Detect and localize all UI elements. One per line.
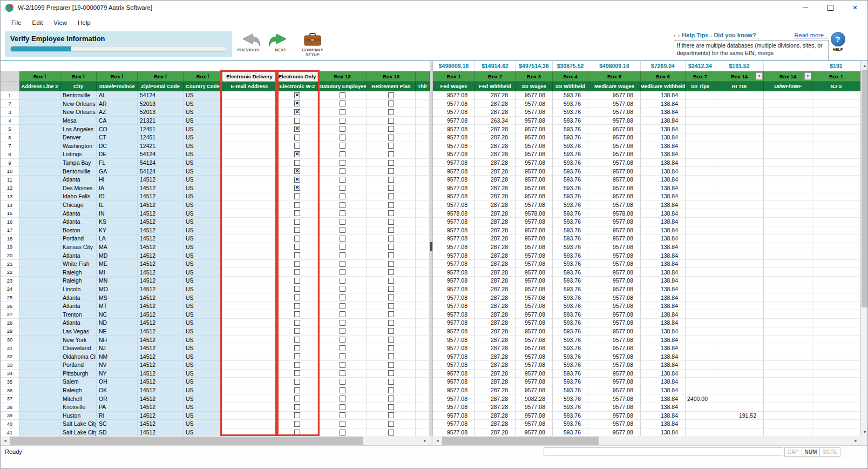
checkbox-statutory-employee[interactable] xyxy=(340,379,345,385)
checkbox-retirement-plan-cell[interactable] xyxy=(367,142,416,151)
checkbox-retirement-plan-cell[interactable] xyxy=(367,277,416,285)
cell-third-party-sick-pay[interactable] xyxy=(416,251,430,260)
checkbox-electronic-w2-cell[interactable] xyxy=(277,234,318,243)
checkbox-retirement-plan-cell[interactable] xyxy=(367,226,416,235)
cell-ui-wf-swf[interactable] xyxy=(764,420,812,428)
cell-country-code[interactable]: US xyxy=(184,150,222,159)
checkbox-retirement-plan-cell[interactable] xyxy=(367,251,416,260)
cell-state-province[interactable]: IL xyxy=(97,201,138,210)
cell-ss-tips[interactable] xyxy=(686,344,715,353)
cell-ss-wages[interactable]: 9577.08 xyxy=(516,420,553,428)
cell-fed-withheld[interactable]: 287.28 xyxy=(475,226,516,235)
checkbox-statutory-employee-cell[interactable] xyxy=(318,100,367,109)
checkbox-electronic-w2-cell[interactable] xyxy=(277,117,318,125)
row-number[interactable]: 34 xyxy=(1,370,19,378)
cell-zip-postal-code[interactable]: 14512 xyxy=(138,243,184,252)
checkbox-statutory-employee-cell[interactable] xyxy=(318,403,367,412)
cell-zip-postal-code[interactable]: 14512 xyxy=(138,344,184,353)
cell-nj[interactable] xyxy=(812,336,860,344)
cell-medicare-wages[interactable]: 9578.08 xyxy=(588,209,641,218)
cell-zip-postal-code[interactable]: 14512 xyxy=(138,378,184,386)
cell-medicare-withheld[interactable]: 138.84 xyxy=(641,209,686,218)
cell-ui-wf-swf[interactable] xyxy=(764,150,812,159)
checkbox-electronic-w2-cell[interactable] xyxy=(277,201,318,210)
checkbox-electronic-w2-cell[interactable] xyxy=(277,319,318,327)
checkbox-electronic-w2-cell[interactable] xyxy=(277,285,318,294)
cell-medicare-withheld[interactable]: 138.84 xyxy=(641,285,686,294)
cell-email-address[interactable] xyxy=(222,420,277,428)
cell-city[interactable]: Salt Lake City xyxy=(60,420,97,428)
cell-city[interactable]: Washington xyxy=(60,142,97,151)
cell-state-province[interactable]: FL xyxy=(97,159,138,168)
column-header[interactable]: Box f xyxy=(19,71,60,82)
cell-address-line-2[interactable] xyxy=(19,403,60,412)
cell-country-code[interactable]: US xyxy=(184,277,222,285)
cell-ss-wages[interactable]: 9577.08 xyxy=(516,428,553,436)
checkbox-retirement-plan-cell[interactable] xyxy=(367,218,416,226)
cell-ss-tips[interactable] xyxy=(686,251,715,260)
cell-ss-withheld[interactable]: 593.76 xyxy=(553,117,588,125)
column-header[interactable]: RI TDI xyxy=(715,82,764,91)
checkbox-retirement-plan[interactable] xyxy=(388,311,394,317)
cell-medicare-wages[interactable]: 9577.08 xyxy=(588,310,641,319)
cell-ss-wages[interactable]: 9577.08 xyxy=(516,361,553,370)
cell-ri-tdi[interactable] xyxy=(715,176,764,184)
checkbox-retirement-plan[interactable] xyxy=(388,430,394,435)
cell-email-address[interactable] xyxy=(222,142,277,151)
checkbox-statutory-employee[interactable] xyxy=(340,278,345,284)
cell-ss-wages[interactable]: 9577.08 xyxy=(516,159,553,168)
cell-email-address[interactable] xyxy=(222,352,277,361)
cell-state-province[interactable]: DC xyxy=(97,142,138,151)
cell-zip-postal-code[interactable]: 14512 xyxy=(138,394,184,403)
checkbox-retirement-plan[interactable] xyxy=(388,396,394,401)
checkbox-electronic-w2-cell[interactable] xyxy=(277,361,318,370)
checkbox-retirement-plan-cell[interactable] xyxy=(367,159,416,168)
cell-third-party-sick-pay[interactable] xyxy=(416,243,430,252)
cell-email-address[interactable] xyxy=(222,428,277,436)
cell-country-code[interactable]: US xyxy=(184,91,222,100)
checkbox-statutory-employee[interactable] xyxy=(340,328,345,334)
cell-medicare-wages[interactable]: 9577.08 xyxy=(588,268,641,277)
cell-state-province[interactable]: LA xyxy=(97,234,138,243)
cell-address-line-2[interactable] xyxy=(19,268,60,277)
cell-third-party-sick-pay[interactable] xyxy=(416,319,430,327)
checkbox-electronic-w2[interactable]: ✕ xyxy=(294,109,300,115)
cell-state-province[interactable]: SC xyxy=(97,420,138,428)
cell-ss-tips[interactable] xyxy=(686,277,715,285)
cell-ss-tips[interactable] xyxy=(686,243,715,252)
cell-ss-withheld[interactable]: 593.76 xyxy=(553,370,588,378)
checkbox-retirement-plan-cell[interactable] xyxy=(367,319,416,327)
cell-address-line-2[interactable] xyxy=(19,133,60,142)
checkbox-retirement-plan[interactable] xyxy=(388,278,394,284)
checkbox-retirement-plan[interactable] xyxy=(388,100,394,106)
cell-medicare-wages[interactable]: 9577.08 xyxy=(588,277,641,285)
checkbox-statutory-employee[interactable] xyxy=(340,109,345,115)
cell-zip-postal-code[interactable]: 52013 xyxy=(138,100,184,109)
cell-nj[interactable] xyxy=(812,201,860,210)
cell-medicare-withheld[interactable]: 138.84 xyxy=(641,251,686,260)
checkbox-statutory-employee-cell[interactable] xyxy=(318,394,367,403)
cell-ss-withheld[interactable]: 593.76 xyxy=(553,394,588,403)
cell-third-party-sick-pay[interactable] xyxy=(416,285,430,294)
cell-ri-tdi[interactable] xyxy=(715,319,764,327)
cell-state-province[interactable]: CO xyxy=(97,125,138,133)
cell-email-address[interactable] xyxy=(222,234,277,243)
checkbox-electronic-w2-cell[interactable] xyxy=(277,251,318,260)
cell-city[interactable]: New York xyxy=(60,336,97,344)
checkbox-statutory-employee-cell[interactable] xyxy=(318,234,367,243)
checkbox-statutory-employee-cell[interactable] xyxy=(318,142,367,151)
menu-help[interactable]: Help xyxy=(72,17,96,28)
cell-city[interactable]: Atlanta xyxy=(60,293,97,302)
cell-medicare-wages[interactable]: 9577.08 xyxy=(588,370,641,378)
cell-medicare-withheld[interactable]: 138.84 xyxy=(641,201,686,210)
cell-fed-withheld[interactable]: 287.28 xyxy=(475,176,516,184)
cell-city[interactable]: Tampa Bay xyxy=(60,159,97,168)
cell-third-party-sick-pay[interactable] xyxy=(416,117,430,125)
checkbox-statutory-employee[interactable] xyxy=(340,261,345,267)
column-header[interactable]: Electronic W-2 xyxy=(277,82,318,91)
cell-ss-tips[interactable] xyxy=(686,159,715,168)
cell-medicare-withheld[interactable]: 138.84 xyxy=(641,125,686,133)
cell-medicare-withheld[interactable]: 138.84 xyxy=(641,142,686,151)
cell-state-province[interactable]: MS xyxy=(97,293,138,302)
cell-address-line-2[interactable] xyxy=(19,108,60,117)
